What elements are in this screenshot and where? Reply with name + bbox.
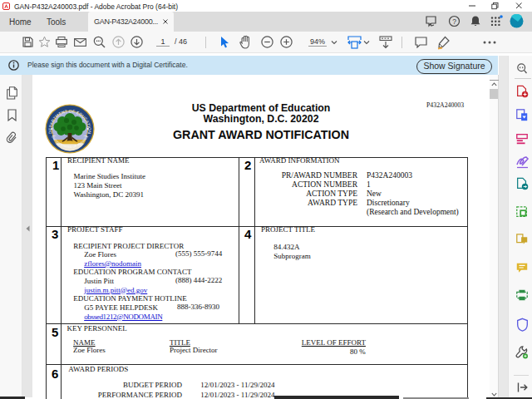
svg-text:?: ? (452, 17, 456, 26)
